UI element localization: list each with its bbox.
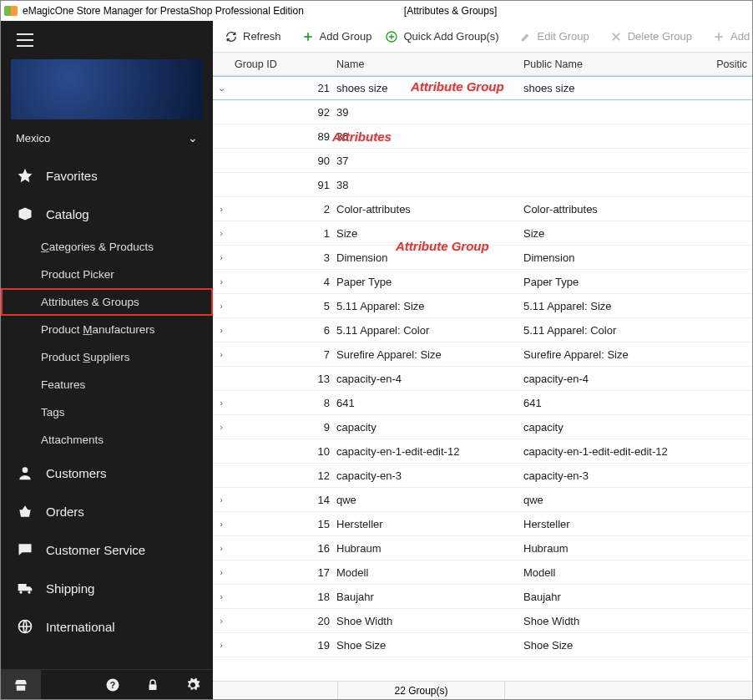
col-position[interactable]: Positic xyxy=(710,58,752,70)
bottom-store-button[interactable] xyxy=(1,670,41,699)
table-row[interactable]: ›14qweqwe xyxy=(213,488,752,512)
chevron-right-icon[interactable]: › xyxy=(213,325,230,335)
chevron-right-icon[interactable]: › xyxy=(213,495,230,505)
bottom-settings-button[interactable] xyxy=(173,670,213,699)
cell-public-name: Paper Type xyxy=(523,276,752,288)
nav-favorites-label: Favorites xyxy=(46,169,98,183)
table-row[interactable]: 10capacity-en-1-edit-edit-12capacity-en-… xyxy=(213,439,752,464)
nav-customers[interactable]: Customers xyxy=(1,454,213,492)
store-name: Mexico xyxy=(16,132,50,145)
table-row[interactable]: ›2Color-attributesColor-attributes xyxy=(213,197,752,221)
main: Refresh Add Group Quick Add Group(s) Edi… xyxy=(213,21,752,699)
chevron-right-icon[interactable]: › xyxy=(213,543,230,553)
col-group-id[interactable]: Group ID xyxy=(230,58,336,70)
chat-icon xyxy=(16,540,34,559)
table-row[interactable]: ›15HerstellerHersteller xyxy=(213,512,752,536)
table-row[interactable]: ›17ModellModell xyxy=(213,561,752,585)
svg-rect-6 xyxy=(149,684,157,690)
table-row[interactable]: ›19Shoe SizeShoe Size xyxy=(213,633,752,657)
cell-public-name: Dimension xyxy=(523,251,752,264)
plus-circle-icon xyxy=(385,30,398,43)
cell-name: Color-attributes xyxy=(336,203,523,216)
attribute-row[interactable]: 9037 xyxy=(213,149,752,173)
attribute-row[interactable]: 8936 xyxy=(213,124,752,149)
chevron-right-icon[interactable]: › xyxy=(213,301,230,311)
cell-name: Dimension xyxy=(336,251,523,264)
quick-add-group-button[interactable]: Quick Add Group(s) xyxy=(378,25,505,48)
table-row[interactable]: 13capacity-en-4capacity-en-4 xyxy=(213,367,752,391)
table-row[interactable]: 12capacity-en-3capacity-en-3 xyxy=(213,464,752,488)
nav-orders-label: Orders xyxy=(46,505,84,519)
cell-id: 15 xyxy=(230,518,336,530)
chevron-right-icon[interactable]: › xyxy=(213,567,230,577)
add-group-label: Add Group xyxy=(320,30,372,43)
toolbar: Refresh Add Group Quick Add Group(s) Edi… xyxy=(213,21,752,53)
refresh-icon xyxy=(225,30,238,43)
chevron-right-icon[interactable]: › xyxy=(213,349,230,359)
edit-group-button[interactable]: Edit Group xyxy=(513,25,596,48)
chevron-right-icon[interactable]: › xyxy=(213,276,230,287)
table-row[interactable]: ›3DimensionDimension xyxy=(213,246,752,270)
table-row[interactable]: ›1SizeSize xyxy=(213,221,752,246)
chevron-right-icon[interactable]: › xyxy=(213,228,230,238)
chevron-right-icon[interactable]: › xyxy=(213,422,230,432)
sidebar-sub-item[interactable]: Attachments xyxy=(1,426,213,454)
svg-point-0 xyxy=(23,467,28,473)
nav-favorites[interactable]: Favorites xyxy=(1,156,213,195)
nav-international[interactable]: International xyxy=(1,607,213,646)
attribute-row[interactable]: 9138 xyxy=(213,173,752,197)
sidebar-sub-item[interactable]: Categories & Products xyxy=(1,233,213,261)
chevron-right-icon[interactable]: › xyxy=(213,616,230,626)
sidebar-sub-item[interactable]: Features xyxy=(1,371,213,398)
table-row[interactable]: ›18BaujahrBaujahr xyxy=(213,585,752,609)
chevron-right-icon[interactable]: › xyxy=(213,640,230,650)
svg-text:?: ? xyxy=(110,679,115,689)
table-row[interactable]: ›16HubraumHubraum xyxy=(213,536,752,561)
delete-group-label: Delete Group xyxy=(628,30,692,43)
attribute-row[interactable]: 9239 xyxy=(213,100,752,124)
bottom-lock-button[interactable] xyxy=(133,670,173,699)
table-row[interactable]: ›55.11 Apparel: Size5.11 Apparel: Size xyxy=(213,294,752,318)
col-name[interactable]: Name xyxy=(336,58,523,70)
table-row[interactable]: ›65.11 Apparel: Color5.11 Apparel: Color xyxy=(213,318,752,342)
sidebar-sub-item[interactable]: Attributes & Groups xyxy=(1,288,213,316)
delete-group-button[interactable]: Delete Group xyxy=(603,25,699,48)
cell-public-name: Surefire Apparel: Size xyxy=(523,348,752,361)
table-row[interactable]: ⌄21shoes sizeshoes size xyxy=(213,76,752,100)
col-public-name[interactable]: Public Name xyxy=(523,58,710,70)
bottombar: ? xyxy=(1,669,213,699)
cell-public-name: capacity xyxy=(523,421,752,434)
bottom-help-button[interactable]: ? xyxy=(93,670,133,699)
hamburger-button[interactable] xyxy=(1,21,213,59)
table-row[interactable]: ›20Shoe WidthShoe Width xyxy=(213,609,752,633)
svg-point-2 xyxy=(28,591,30,593)
chevron-right-icon[interactable]: › xyxy=(213,252,230,262)
nav-shipping[interactable]: Shipping xyxy=(1,569,213,607)
chevron-right-icon[interactable]: › xyxy=(213,398,230,408)
chevron-right-icon[interactable]: › xyxy=(213,519,230,529)
attr-name: 39 xyxy=(336,106,752,119)
chevron-down-icon[interactable]: ⌄ xyxy=(213,83,230,94)
table-row[interactable]: ›7Surefire Apparel: SizeSurefire Apparel… xyxy=(213,342,752,367)
table-row[interactable]: ›4Paper TypePaper Type xyxy=(213,270,752,294)
sidebar-sub-item[interactable]: Product Suppliers xyxy=(1,343,213,371)
table-row[interactable]: ›9capacitycapacity xyxy=(213,415,752,439)
chevron-right-icon[interactable]: › xyxy=(213,591,230,601)
sidebar-sub-item[interactable]: Tags xyxy=(1,398,213,426)
sidebar-sub-item[interactable]: Product Manufacturers xyxy=(1,316,213,343)
grid[interactable]: ⌄21shoes sizeshoes size9239893690379138›… xyxy=(213,76,752,681)
nav-customer-service[interactable]: Customer Service xyxy=(1,530,213,569)
add-attribute-button[interactable]: Add Attribute xyxy=(705,25,753,48)
add-group-button[interactable]: Add Group xyxy=(295,25,379,48)
attr-id: 89 xyxy=(256,130,336,143)
cell-id: 2 xyxy=(230,203,336,216)
nav-orders[interactable]: Orders xyxy=(1,492,213,530)
nav-catalog[interactable]: Catalog xyxy=(1,195,213,233)
refresh-button[interactable]: Refresh xyxy=(218,25,288,48)
table-row[interactable]: ›8641641 xyxy=(213,391,752,415)
nav-shipping-label: Shipping xyxy=(46,581,94,596)
cell-id: 19 xyxy=(230,639,336,652)
chevron-right-icon[interactable]: › xyxy=(213,204,230,214)
sidebar-sub-item[interactable]: Product Picker xyxy=(1,261,213,288)
store-selector[interactable]: Mexico ⌄ xyxy=(1,126,213,156)
